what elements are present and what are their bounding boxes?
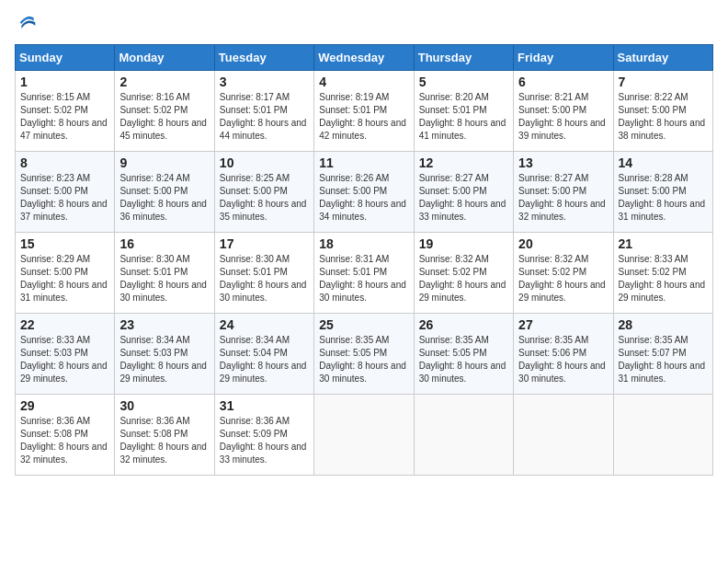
- calendar-cell: 28 Sunrise: 8:35 AM Sunset: 5:07 PM Dayl…: [613, 314, 712, 395]
- weekday-header-monday: Monday: [115, 45, 214, 71]
- day-info: Sunrise: 8:22 AM Sunset: 5:00 PM Dayligh…: [619, 92, 706, 141]
- day-info: Sunrise: 8:28 AM Sunset: 5:00 PM Dayligh…: [619, 173, 706, 222]
- logo-icon: [18, 15, 37, 33]
- calendar-cell: 18 Sunrise: 8:31 AM Sunset: 5:01 PM Dayl…: [314, 233, 414, 314]
- day-number: 21: [619, 236, 708, 251]
- calendar-table: SundayMondayTuesdayWednesdayThursdayFrid…: [15, 44, 713, 476]
- day-info: Sunrise: 8:35 AM Sunset: 5:07 PM Dayligh…: [619, 335, 706, 384]
- day-number: 25: [319, 317, 408, 332]
- calendar-cell: 30 Sunrise: 8:36 AM Sunset: 5:08 PM Dayl…: [115, 395, 214, 476]
- calendar-cell: 16 Sunrise: 8:30 AM Sunset: 5:01 PM Dayl…: [115, 233, 214, 314]
- day-number: 19: [419, 236, 508, 251]
- day-info: Sunrise: 8:33 AM Sunset: 5:02 PM Dayligh…: [619, 254, 706, 303]
- calendar-cell: 21 Sunrise: 8:33 AM Sunset: 5:02 PM Dayl…: [613, 233, 712, 314]
- calendar-cell: 23 Sunrise: 8:34 AM Sunset: 5:03 PM Dayl…: [115, 314, 214, 395]
- day-info: Sunrise: 8:23 AM Sunset: 5:00 PM Dayligh…: [20, 173, 108, 222]
- day-number: 15: [20, 236, 109, 251]
- calendar-cell: 6 Sunrise: 8:21 AM Sunset: 5:00 PM Dayli…: [514, 71, 613, 152]
- day-info: Sunrise: 8:33 AM Sunset: 5:03 PM Dayligh…: [20, 335, 108, 384]
- calendar-cell: 26 Sunrise: 8:35 AM Sunset: 5:05 PM Dayl…: [414, 314, 513, 395]
- calendar-cell: 27 Sunrise: 8:35 AM Sunset: 5:06 PM Dayl…: [514, 314, 613, 395]
- calendar-cell: 2 Sunrise: 8:16 AM Sunset: 5:02 PM Dayli…: [115, 71, 214, 152]
- calendar-cell: 9 Sunrise: 8:24 AM Sunset: 5:00 PM Dayli…: [115, 152, 214, 233]
- calendar-cell: 4 Sunrise: 8:19 AM Sunset: 5:01 PM Dayli…: [314, 71, 414, 152]
- day-info: Sunrise: 8:29 AM Sunset: 5:00 PM Dayligh…: [20, 254, 108, 303]
- calendar-cell: 29 Sunrise: 8:36 AM Sunset: 5:08 PM Dayl…: [16, 395, 115, 476]
- calendar-cell: 20 Sunrise: 8:32 AM Sunset: 5:02 PM Dayl…: [514, 233, 613, 314]
- day-info: Sunrise: 8:35 AM Sunset: 5:06 PM Dayligh…: [518, 335, 606, 384]
- calendar-cell: 7 Sunrise: 8:22 AM Sunset: 5:00 PM Dayli…: [613, 71, 712, 152]
- day-number: 2: [119, 75, 209, 89]
- day-number: 11: [319, 155, 408, 170]
- calendar-cell: 15 Sunrise: 8:29 AM Sunset: 5:00 PM Dayl…: [16, 233, 115, 314]
- day-number: 23: [119, 317, 209, 332]
- day-info: Sunrise: 8:31 AM Sunset: 5:01 PM Dayligh…: [319, 254, 406, 303]
- day-number: 30: [119, 398, 209, 413]
- day-info: Sunrise: 8:36 AM Sunset: 5:08 PM Dayligh…: [20, 416, 108, 465]
- calendar-week-row: 1 Sunrise: 8:15 AM Sunset: 5:02 PM Dayli…: [16, 71, 713, 152]
- calendar-cell: 19 Sunrise: 8:32 AM Sunset: 5:02 PM Dayl…: [414, 233, 513, 314]
- day-info: Sunrise: 8:24 AM Sunset: 5:00 PM Dayligh…: [119, 173, 207, 222]
- day-number: 20: [518, 236, 608, 251]
- day-number: 28: [619, 317, 708, 332]
- day-info: Sunrise: 8:34 AM Sunset: 5:03 PM Dayligh…: [119, 335, 207, 384]
- weekday-header-thursday: Thursday: [414, 45, 513, 71]
- day-info: Sunrise: 8:36 AM Sunset: 5:09 PM Dayligh…: [220, 416, 307, 465]
- calendar-cell: 17 Sunrise: 8:30 AM Sunset: 5:01 PM Dayl…: [214, 233, 313, 314]
- day-number: 5: [419, 75, 508, 89]
- calendar-cell: 31 Sunrise: 8:36 AM Sunset: 5:09 PM Dayl…: [214, 395, 313, 476]
- day-info: Sunrise: 8:15 AM Sunset: 5:02 PM Dayligh…: [20, 92, 108, 141]
- day-info: Sunrise: 8:36 AM Sunset: 5:08 PM Dayligh…: [119, 416, 207, 465]
- day-info: Sunrise: 8:26 AM Sunset: 5:00 PM Dayligh…: [319, 173, 406, 222]
- day-number: 27: [518, 317, 608, 332]
- calendar-cell: 1 Sunrise: 8:15 AM Sunset: 5:02 PM Dayli…: [16, 71, 115, 152]
- day-info: Sunrise: 8:20 AM Sunset: 5:01 PM Dayligh…: [419, 92, 506, 141]
- calendar-week-row: 8 Sunrise: 8:23 AM Sunset: 5:00 PM Dayli…: [16, 152, 713, 233]
- calendar-cell: 25 Sunrise: 8:35 AM Sunset: 5:05 PM Dayl…: [314, 314, 414, 395]
- weekday-header-saturday: Saturday: [613, 45, 712, 71]
- calendar-cell: 10 Sunrise: 8:25 AM Sunset: 5:00 PM Dayl…: [214, 152, 313, 233]
- page-header: [15, 15, 713, 33]
- logo: [15, 15, 37, 33]
- day-number: 26: [419, 317, 508, 332]
- calendar-cell: 11 Sunrise: 8:26 AM Sunset: 5:00 PM Dayl…: [314, 152, 414, 233]
- day-number: 16: [119, 236, 209, 251]
- day-info: Sunrise: 8:27 AM Sunset: 5:00 PM Dayligh…: [518, 173, 606, 222]
- calendar-week-row: 15 Sunrise: 8:29 AM Sunset: 5:00 PM Dayl…: [16, 233, 713, 314]
- day-info: Sunrise: 8:27 AM Sunset: 5:00 PM Dayligh…: [419, 173, 506, 222]
- day-number: 14: [619, 155, 708, 170]
- day-info: Sunrise: 8:25 AM Sunset: 5:00 PM Dayligh…: [220, 173, 307, 222]
- day-info: Sunrise: 8:16 AM Sunset: 5:02 PM Dayligh…: [119, 92, 207, 141]
- day-number: 17: [220, 236, 309, 251]
- day-number: 13: [518, 155, 608, 170]
- day-info: Sunrise: 8:32 AM Sunset: 5:02 PM Dayligh…: [518, 254, 606, 303]
- day-info: Sunrise: 8:34 AM Sunset: 5:04 PM Dayligh…: [220, 335, 307, 384]
- day-info: Sunrise: 8:19 AM Sunset: 5:01 PM Dayligh…: [319, 92, 406, 141]
- calendar-cell: [514, 395, 613, 476]
- day-number: 9: [119, 155, 209, 170]
- weekday-header-tuesday: Tuesday: [214, 45, 313, 71]
- calendar-cell: 14 Sunrise: 8:28 AM Sunset: 5:00 PM Dayl…: [613, 152, 712, 233]
- day-number: 31: [220, 398, 309, 413]
- weekday-header-sunday: Sunday: [16, 45, 115, 71]
- day-info: Sunrise: 8:17 AM Sunset: 5:01 PM Dayligh…: [220, 92, 307, 141]
- day-number: 29: [20, 398, 109, 413]
- day-info: Sunrise: 8:21 AM Sunset: 5:00 PM Dayligh…: [518, 92, 606, 141]
- calendar-cell: 5 Sunrise: 8:20 AM Sunset: 5:01 PM Dayli…: [414, 71, 513, 152]
- day-number: 12: [419, 155, 508, 170]
- day-info: Sunrise: 8:35 AM Sunset: 5:05 PM Dayligh…: [319, 335, 406, 384]
- calendar-cell: 8 Sunrise: 8:23 AM Sunset: 5:00 PM Dayli…: [16, 152, 115, 233]
- day-number: 1: [20, 75, 109, 89]
- calendar-week-row: 22 Sunrise: 8:33 AM Sunset: 5:03 PM Dayl…: [16, 314, 713, 395]
- weekday-header-wednesday: Wednesday: [314, 45, 414, 71]
- day-info: Sunrise: 8:32 AM Sunset: 5:02 PM Dayligh…: [419, 254, 506, 303]
- calendar-cell: [613, 395, 712, 476]
- calendar-week-row: 29 Sunrise: 8:36 AM Sunset: 5:08 PM Dayl…: [16, 395, 713, 476]
- calendar-cell: 3 Sunrise: 8:17 AM Sunset: 5:01 PM Dayli…: [214, 71, 313, 152]
- calendar-header-row: SundayMondayTuesdayWednesdayThursdayFrid…: [16, 45, 713, 71]
- weekday-header-friday: Friday: [514, 45, 613, 71]
- day-number: 24: [220, 317, 309, 332]
- day-info: Sunrise: 8:30 AM Sunset: 5:01 PM Dayligh…: [119, 254, 207, 303]
- calendar-cell: 22 Sunrise: 8:33 AM Sunset: 5:03 PM Dayl…: [16, 314, 115, 395]
- day-number: 4: [319, 75, 408, 89]
